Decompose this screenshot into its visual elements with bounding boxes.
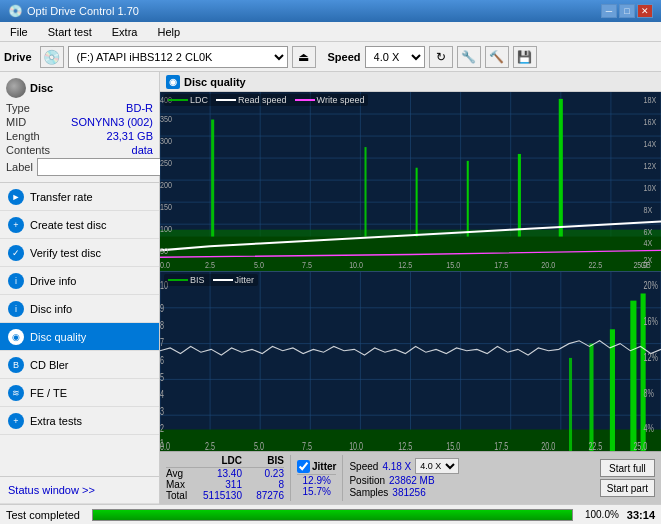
nav-icon-cd-bler: B bbox=[8, 357, 24, 373]
legend-bis-color bbox=[168, 279, 188, 281]
chart-bottom-svg: 10 9 8 7 6 5 4 3 2 1 0.0 2.5 5.0 7.5 10.… bbox=[160, 272, 661, 451]
disc-mid-row: MID SONYNN3 (002) bbox=[6, 116, 153, 128]
svg-text:18X: 18X bbox=[644, 94, 657, 105]
app-title: Opti Drive Control 1.70 bbox=[27, 5, 139, 17]
stats-row-max: Max 311 8 bbox=[166, 479, 284, 490]
nav-verify-test-disc[interactable]: ✓ Verify test disc bbox=[0, 239, 159, 267]
minimize-button[interactable]: ─ bbox=[601, 4, 617, 18]
nav-transfer-rate[interactable]: ► Transfer rate bbox=[0, 183, 159, 211]
svg-text:4: 4 bbox=[160, 389, 164, 401]
svg-text:100: 100 bbox=[160, 223, 172, 234]
disc-type-row: Type BD-R bbox=[6, 102, 153, 114]
svg-text:20.0: 20.0 bbox=[541, 259, 555, 270]
main-area: Disc Type BD-R MID SONYNN3 (002) Length … bbox=[0, 72, 661, 504]
svg-text:7.5: 7.5 bbox=[302, 259, 312, 270]
svg-text:15.0: 15.0 bbox=[446, 259, 460, 270]
stats-row-avg: Avg 13.40 0.23 bbox=[166, 468, 284, 479]
svg-text:3: 3 bbox=[160, 406, 164, 418]
stats-col-ldc: LDC bbox=[198, 455, 242, 466]
menu-start-test[interactable]: Start test bbox=[42, 24, 98, 40]
maximize-button[interactable]: □ bbox=[619, 4, 635, 18]
nav-fe-te[interactable]: ≋ FE / TE bbox=[0, 379, 159, 407]
nav-label-drive-info: Drive info bbox=[30, 275, 76, 287]
svg-text:22.5: 22.5 bbox=[588, 440, 602, 451]
menu-file[interactable]: File bbox=[4, 24, 34, 40]
nav-label-fe-te: FE / TE bbox=[30, 387, 67, 399]
svg-text:350: 350 bbox=[160, 113, 172, 124]
legend-bis: BIS bbox=[168, 275, 205, 285]
nav-icon-disc-quality: ◉ bbox=[8, 329, 24, 345]
stats-total-ldc: 5115130 bbox=[198, 490, 242, 501]
legend-read-speed: Read speed bbox=[216, 95, 287, 105]
close-button[interactable]: ✕ bbox=[637, 4, 653, 18]
disc-type-value: BD-R bbox=[126, 102, 153, 114]
nav-disc-quality[interactable]: ◉ Disc quality bbox=[0, 323, 159, 351]
stats-speed-select[interactable]: 4.0 X bbox=[415, 458, 459, 474]
stats-samples-label: Samples bbox=[349, 487, 388, 498]
chart-container: LDC Read speed Write speed bbox=[160, 92, 661, 451]
status-window-label: Status window >> bbox=[8, 484, 95, 496]
disc-quality-header: ◉ Disc quality bbox=[160, 72, 661, 92]
svg-text:2: 2 bbox=[160, 423, 164, 435]
speed-select[interactable]: 4.0 X 8.0 X bbox=[365, 46, 425, 68]
stats-position-value: 23862 MB bbox=[389, 475, 435, 486]
disc-type-label: Type bbox=[6, 102, 30, 114]
start-buttons: Start full Start part bbox=[600, 459, 655, 497]
svg-text:5.0: 5.0 bbox=[254, 259, 264, 270]
chart-bottom: BIS Jitter bbox=[160, 272, 661, 451]
nav-label-cd-bler: CD Bler bbox=[30, 359, 69, 371]
settings-button1[interactable]: 🔧 bbox=[457, 46, 481, 68]
content-area: ◉ Disc quality LDC Read speed bbox=[160, 72, 661, 504]
legend-read-speed-label: Read speed bbox=[238, 95, 287, 105]
status-window-btn[interactable]: Status window >> bbox=[0, 476, 159, 504]
svg-text:2.5: 2.5 bbox=[205, 440, 215, 451]
nav-extra-tests[interactable]: + Extra tests bbox=[0, 407, 159, 435]
stats-avg-label: Avg bbox=[166, 468, 194, 479]
legend-jitter-color bbox=[213, 279, 233, 281]
jitter-checkbox[interactable] bbox=[297, 460, 310, 473]
start-part-button[interactable]: Start part bbox=[600, 479, 655, 497]
svg-text:8: 8 bbox=[160, 320, 164, 332]
svg-text:22.5: 22.5 bbox=[588, 259, 602, 270]
stats-samples-value: 381256 bbox=[392, 487, 425, 498]
drive-select[interactable]: (F:) ATAPI iHBS112 2 CL0K bbox=[68, 46, 288, 68]
svg-text:17.5: 17.5 bbox=[494, 440, 508, 451]
nav-icon-fe-te: ≋ bbox=[8, 385, 24, 401]
svg-text:12.5: 12.5 bbox=[398, 440, 412, 451]
nav-icon-verify-test-disc: ✓ bbox=[8, 245, 24, 261]
nav-disc-info[interactable]: i Disc info bbox=[0, 295, 159, 323]
disc-section: Disc Type BD-R MID SONYNN3 (002) Length … bbox=[0, 72, 159, 183]
svg-text:16X: 16X bbox=[644, 116, 657, 127]
svg-text:6: 6 bbox=[160, 354, 164, 366]
legend-write-speed: Write speed bbox=[295, 95, 365, 105]
settings-button2[interactable]: 🔨 bbox=[485, 46, 509, 68]
menu-help[interactable]: Help bbox=[151, 24, 186, 40]
nav-drive-info[interactable]: i Drive info bbox=[0, 267, 159, 295]
save-button[interactable]: 💾 bbox=[513, 46, 537, 68]
stats-table: LDC BIS Avg 13.40 0.23 Max 311 8 Total 5… bbox=[166, 455, 284, 501]
stats-speed-value: 4.18 X bbox=[382, 461, 411, 472]
stats-divider2 bbox=[342, 455, 343, 501]
svg-text:7.5: 7.5 bbox=[302, 440, 312, 451]
progress-bar-fill bbox=[93, 510, 572, 520]
stats-avg-jitter: 12.9% bbox=[297, 475, 336, 486]
progress-percent: 100.0% bbox=[585, 509, 619, 520]
stats-jitter-col: Jitter 12.9% 15.7% bbox=[297, 460, 336, 497]
nav-create-test-disc[interactable]: + Create test disc bbox=[0, 211, 159, 239]
stats-total-label: Total bbox=[166, 490, 194, 501]
start-full-button[interactable]: Start full bbox=[600, 459, 655, 477]
eject-button[interactable]: ⏏ bbox=[292, 46, 316, 68]
nav-cd-bler[interactable]: B CD Bler bbox=[0, 351, 159, 379]
svg-text:300: 300 bbox=[160, 135, 172, 146]
svg-rect-73 bbox=[569, 358, 572, 451]
stats-max-label: Max bbox=[166, 479, 194, 490]
nav-icon-transfer-rate: ► bbox=[8, 189, 24, 205]
legend-ldc-label: LDC bbox=[190, 95, 208, 105]
menu-extra[interactable]: Extra bbox=[106, 24, 144, 40]
disc-contents-row: Contents data bbox=[6, 144, 153, 156]
svg-text:9: 9 bbox=[160, 303, 164, 315]
stats-row-total: Total 5115130 87276 bbox=[166, 490, 284, 501]
disc-label-label: Label bbox=[6, 161, 33, 173]
refresh-button[interactable]: ↻ bbox=[429, 46, 453, 68]
stats-total-bis: 87276 bbox=[246, 490, 284, 501]
